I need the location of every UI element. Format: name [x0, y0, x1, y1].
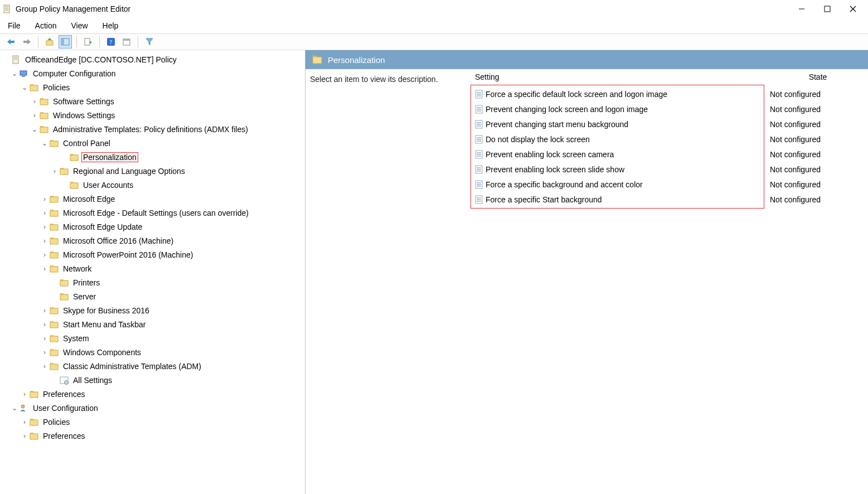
folder-icon — [49, 361, 59, 371]
expand-icon[interactable]: › — [30, 111, 39, 120]
expand-icon[interactable]: › — [40, 362, 49, 371]
tree-user-preferences[interactable]: ›Preferences — [0, 429, 305, 443]
show-hide-tree-button[interactable] — [59, 35, 72, 49]
tree-regional[interactable]: ›Regional and Language Options — [0, 164, 305, 178]
collapse-icon[interactable]: ⌄ — [10, 404, 19, 413]
menu-help[interactable]: Help — [100, 20, 121, 31]
tree-start-taskbar[interactable]: ›Start Menu and Taskbar — [0, 317, 305, 331]
tree-pane[interactable]: ▾ OfficeandEdge [DC.CONTOSO.NET] Policy … — [0, 50, 306, 494]
setting-row[interactable]: Prevent changing lock screen and logon i… — [471, 101, 764, 117]
tree-user-accounts[interactable]: ›User Accounts — [0, 178, 305, 192]
tree-root[interactable]: ▾ OfficeandEdge [DC.CONTOSO.NET] Policy — [0, 52, 305, 66]
tree-label: User Accounts — [81, 180, 135, 190]
tree-edge-update[interactable]: ›Microsoft Edge Update — [0, 220, 305, 234]
svg-rect-47 — [50, 211, 58, 216]
filter-button[interactable] — [143, 35, 156, 49]
setting-row[interactable]: Prevent enabling lock screen slide show — [471, 162, 764, 177]
collapse-icon[interactable]: ⌄ — [40, 139, 49, 148]
menu-file[interactable]: File — [6, 20, 23, 31]
collapse-icon[interactable]: ⌄ — [10, 69, 19, 78]
folder-icon — [39, 96, 49, 106]
tree-computer-configuration[interactable]: ⌄ Computer Configuration — [0, 66, 305, 80]
tree-network[interactable]: ›Network — [0, 261, 305, 275]
svg-rect-9 — [10, 41, 14, 43]
up-button[interactable] — [43, 35, 56, 49]
expand-icon[interactable]: › — [40, 209, 49, 217]
setting-icon — [474, 180, 483, 189]
tree-all-settings[interactable]: ›All Settings — [0, 373, 305, 387]
svg-rect-23 — [13, 56, 18, 64]
tree-win-components[interactable]: ›Windows Components — [0, 345, 305, 359]
maximize-button[interactable] — [814, 1, 840, 17]
setting-row[interactable]: Prevent changing start menu background — [471, 117, 764, 132]
tree-system[interactable]: ›System — [0, 331, 305, 345]
column-header-state[interactable]: State — [768, 69, 868, 85]
setting-row[interactable]: Force a specific Start background — [471, 192, 764, 207]
expand-icon[interactable]: › — [40, 222, 49, 231]
svg-rect-12 — [46, 41, 53, 45]
minimize-button[interactable] — [789, 1, 814, 17]
tree-edge[interactable]: ›Microsoft Edge — [0, 192, 305, 206]
tree-admin-templates[interactable]: ⌄Administrative Templates: Policy defini… — [0, 122, 305, 136]
svg-rect-45 — [50, 197, 58, 202]
expand-icon[interactable]: › — [20, 418, 29, 427]
tree-user-configuration[interactable]: ⌄ User Configuration — [0, 401, 305, 415]
expand-icon[interactable]: › — [40, 195, 49, 204]
setting-name: Prevent enabling lock screen camera — [486, 150, 614, 159]
back-button[interactable] — [4, 35, 18, 49]
expand-icon[interactable]: › — [30, 97, 39, 106]
menu-action[interactable]: Action — [33, 20, 59, 31]
tree-label: Policies — [41, 417, 71, 427]
menu-view[interactable]: View — [69, 20, 90, 31]
expand-icon[interactable]: › — [20, 390, 29, 399]
collapse-icon[interactable]: ⌄ — [30, 125, 39, 134]
folder-icon — [49, 319, 59, 330]
expand-icon[interactable]: › — [40, 264, 49, 273]
tree-server[interactable]: ›Server — [0, 289, 305, 303]
tree-control-panel[interactable]: ⌄Control Panel — [0, 136, 305, 150]
setting-name: Do not display the lock screen — [486, 135, 590, 144]
svg-rect-39 — [70, 155, 78, 161]
forward-button[interactable] — [20, 35, 33, 49]
folder-icon — [39, 124, 49, 134]
tree-policies[interactable]: ⌄ Policies — [0, 80, 305, 94]
expand-icon[interactable]: › — [40, 334, 49, 343]
properties-button[interactable] — [120, 35, 133, 49]
setting-name: Prevent changing lock screen and logon i… — [486, 105, 648, 114]
tree-classic-adm[interactable]: ›Classic Administrative Templates (ADM) — [0, 359, 305, 373]
state-cell: Not configured — [768, 86, 868, 101]
setting-row[interactable]: Do not display the lock screen — [471, 132, 764, 147]
help-button[interactable]: ? — [104, 35, 118, 49]
tree-windows-settings[interactable]: ›Windows Settings — [0, 108, 305, 122]
column-header-setting[interactable]: Setting — [471, 69, 768, 85]
expand-icon[interactable]: › — [50, 167, 59, 176]
collapse-icon[interactable]: ⌄ — [20, 83, 29, 92]
expand-icon[interactable]: › — [40, 320, 49, 329]
tree-skype[interactable]: ›Skype for Business 2016 — [0, 303, 305, 317]
svg-marker-22 — [146, 38, 153, 45]
setting-row[interactable]: Prevent enabling lock screen camera — [471, 147, 764, 162]
details-pane: Personalization Select an item to view i… — [306, 50, 868, 494]
setting-row[interactable]: Force a specific background and accent c… — [471, 177, 764, 192]
tree-personalization[interactable]: ›Personalization — [0, 150, 305, 164]
tree-user-policies[interactable]: ›Policies — [0, 415, 305, 429]
tree-ppt2016[interactable]: ›Microsoft PowerPoint 2016 (Machine) — [0, 248, 305, 261]
expand-icon[interactable]: › — [20, 432, 29, 440]
svg-rect-55 — [50, 267, 58, 272]
expand-icon[interactable]: › — [40, 250, 49, 259]
tree-printers[interactable]: ›Printers — [0, 275, 305, 289]
tree-office2016[interactable]: ›Microsoft Office 2016 (Machine) — [0, 234, 305, 248]
setting-row[interactable]: Force a specific default lock screen and… — [471, 86, 764, 101]
close-button[interactable] — [840, 1, 866, 17]
expand-icon[interactable]: › — [40, 236, 49, 245]
tree-preferences[interactable]: ›Preferences — [0, 387, 305, 401]
tree-software-settings[interactable]: ›Software Settings — [0, 94, 305, 108]
expand-icon[interactable]: › — [40, 348, 49, 357]
folder-icon — [49, 138, 59, 148]
svg-rect-63 — [50, 322, 58, 328]
tree-label: Microsoft PowerPoint 2016 (Machine) — [61, 250, 195, 260]
tree-edge-default[interactable]: ›Microsoft Edge - Default Settings (user… — [0, 206, 305, 220]
folder-icon — [39, 110, 49, 120]
expand-icon[interactable]: › — [40, 306, 49, 315]
export-button[interactable] — [81, 35, 95, 49]
